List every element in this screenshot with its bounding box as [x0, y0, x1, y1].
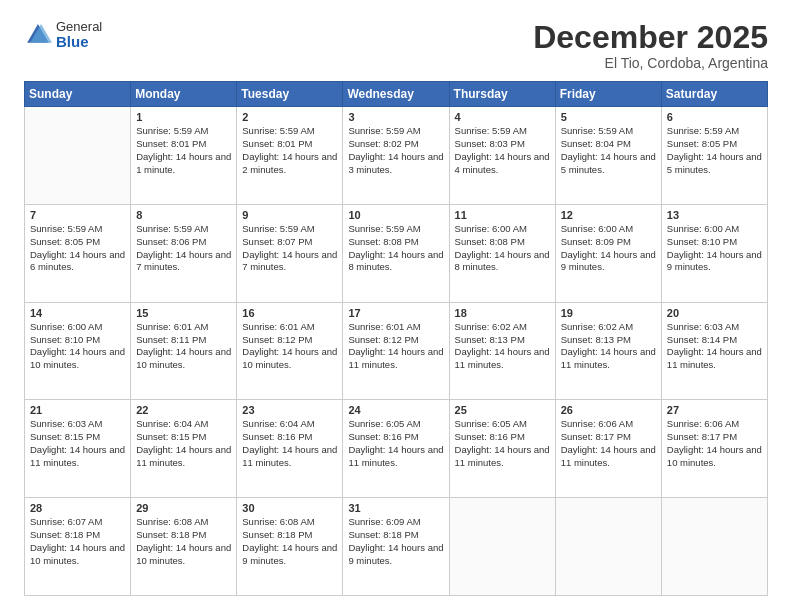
- day-number: 12: [561, 209, 656, 221]
- table-row: 8Sunrise: 5:59 AMSunset: 8:06 PMDaylight…: [131, 204, 237, 302]
- table-row: 26Sunrise: 6:06 AMSunset: 8:17 PMDayligh…: [555, 400, 661, 498]
- table-row: 30Sunrise: 6:08 AMSunset: 8:18 PMDayligh…: [237, 498, 343, 596]
- day-number: 16: [242, 307, 337, 319]
- day-number: 17: [348, 307, 443, 319]
- day-number: 25: [455, 404, 550, 416]
- day-detail: Sunrise: 6:04 AMSunset: 8:15 PMDaylight:…: [136, 418, 231, 469]
- day-number: 28: [30, 502, 125, 514]
- day-detail: Sunrise: 6:00 AMSunset: 8:09 PMDaylight:…: [561, 223, 656, 274]
- table-row: 28Sunrise: 6:07 AMSunset: 8:18 PMDayligh…: [25, 498, 131, 596]
- table-row: [661, 498, 767, 596]
- table-row: 22Sunrise: 6:04 AMSunset: 8:15 PMDayligh…: [131, 400, 237, 498]
- table-row: 20Sunrise: 6:03 AMSunset: 8:14 PMDayligh…: [661, 302, 767, 400]
- calendar-week-row: 21Sunrise: 6:03 AMSunset: 8:15 PMDayligh…: [25, 400, 768, 498]
- day-detail: Sunrise: 6:02 AMSunset: 8:13 PMDaylight:…: [561, 321, 656, 372]
- day-number: 13: [667, 209, 762, 221]
- table-row: 10Sunrise: 5:59 AMSunset: 8:08 PMDayligh…: [343, 204, 449, 302]
- day-number: 1: [136, 111, 231, 123]
- day-detail: Sunrise: 5:59 AMSunset: 8:02 PMDaylight:…: [348, 125, 443, 176]
- day-detail: Sunrise: 6:00 AMSunset: 8:08 PMDaylight:…: [455, 223, 550, 274]
- day-number: 23: [242, 404, 337, 416]
- calendar-week-row: 14Sunrise: 6:00 AMSunset: 8:10 PMDayligh…: [25, 302, 768, 400]
- table-row: [555, 498, 661, 596]
- day-detail: Sunrise: 6:08 AMSunset: 8:18 PMDaylight:…: [242, 516, 337, 567]
- day-detail: Sunrise: 5:59 AMSunset: 8:01 PMDaylight:…: [242, 125, 337, 176]
- table-row: 31Sunrise: 6:09 AMSunset: 8:18 PMDayligh…: [343, 498, 449, 596]
- table-row: [449, 498, 555, 596]
- day-number: 3: [348, 111, 443, 123]
- table-row: 12Sunrise: 6:00 AMSunset: 8:09 PMDayligh…: [555, 204, 661, 302]
- table-row: 25Sunrise: 6:05 AMSunset: 8:16 PMDayligh…: [449, 400, 555, 498]
- day-number: 29: [136, 502, 231, 514]
- table-row: 29Sunrise: 6:08 AMSunset: 8:18 PMDayligh…: [131, 498, 237, 596]
- day-number: 8: [136, 209, 231, 221]
- day-detail: Sunrise: 6:06 AMSunset: 8:17 PMDaylight:…: [667, 418, 762, 469]
- day-detail: Sunrise: 6:01 AMSunset: 8:11 PMDaylight:…: [136, 321, 231, 372]
- table-row: 6Sunrise: 5:59 AMSunset: 8:05 PMDaylight…: [661, 107, 767, 205]
- table-row: 23Sunrise: 6:04 AMSunset: 8:16 PMDayligh…: [237, 400, 343, 498]
- day-number: 24: [348, 404, 443, 416]
- day-number: 18: [455, 307, 550, 319]
- table-row: 2Sunrise: 5:59 AMSunset: 8:01 PMDaylight…: [237, 107, 343, 205]
- day-detail: Sunrise: 6:07 AMSunset: 8:18 PMDaylight:…: [30, 516, 125, 567]
- calendar-header-row: Sunday Monday Tuesday Wednesday Thursday…: [25, 82, 768, 107]
- table-row: 9Sunrise: 5:59 AMSunset: 8:07 PMDaylight…: [237, 204, 343, 302]
- table-row: 18Sunrise: 6:02 AMSunset: 8:13 PMDayligh…: [449, 302, 555, 400]
- day-detail: Sunrise: 5:59 AMSunset: 8:04 PMDaylight:…: [561, 125, 656, 176]
- col-wednesday: Wednesday: [343, 82, 449, 107]
- day-number: 10: [348, 209, 443, 221]
- col-monday: Monday: [131, 82, 237, 107]
- day-detail: Sunrise: 6:03 AMSunset: 8:15 PMDaylight:…: [30, 418, 125, 469]
- title-block: December 2025 El Tio, Cordoba, Argentina: [533, 20, 768, 71]
- col-friday: Friday: [555, 82, 661, 107]
- day-number: 22: [136, 404, 231, 416]
- table-row: 21Sunrise: 6:03 AMSunset: 8:15 PMDayligh…: [25, 400, 131, 498]
- day-number: 15: [136, 307, 231, 319]
- table-row: 15Sunrise: 6:01 AMSunset: 8:11 PMDayligh…: [131, 302, 237, 400]
- table-row: 3Sunrise: 5:59 AMSunset: 8:02 PMDaylight…: [343, 107, 449, 205]
- day-detail: Sunrise: 6:01 AMSunset: 8:12 PMDaylight:…: [348, 321, 443, 372]
- table-row: [25, 107, 131, 205]
- day-detail: Sunrise: 6:02 AMSunset: 8:13 PMDaylight:…: [455, 321, 550, 372]
- day-number: 6: [667, 111, 762, 123]
- page-subtitle: El Tio, Cordoba, Argentina: [533, 55, 768, 71]
- day-number: 30: [242, 502, 337, 514]
- day-number: 4: [455, 111, 550, 123]
- day-detail: Sunrise: 6:03 AMSunset: 8:14 PMDaylight:…: [667, 321, 762, 372]
- day-number: 7: [30, 209, 125, 221]
- day-number: 20: [667, 307, 762, 319]
- page-title: December 2025: [533, 20, 768, 55]
- day-detail: Sunrise: 5:59 AMSunset: 8:08 PMDaylight:…: [348, 223, 443, 274]
- col-tuesday: Tuesday: [237, 82, 343, 107]
- page: General Blue December 2025 El Tio, Cordo…: [0, 0, 792, 612]
- day-detail: Sunrise: 6:04 AMSunset: 8:16 PMDaylight:…: [242, 418, 337, 469]
- table-row: 1Sunrise: 5:59 AMSunset: 8:01 PMDaylight…: [131, 107, 237, 205]
- day-number: 27: [667, 404, 762, 416]
- table-row: 19Sunrise: 6:02 AMSunset: 8:13 PMDayligh…: [555, 302, 661, 400]
- table-row: 17Sunrise: 6:01 AMSunset: 8:12 PMDayligh…: [343, 302, 449, 400]
- day-number: 5: [561, 111, 656, 123]
- day-detail: Sunrise: 5:59 AMSunset: 8:05 PMDaylight:…: [667, 125, 762, 176]
- logo-general-text: General: [56, 20, 102, 34]
- logo: General Blue: [24, 20, 102, 51]
- calendar-table: Sunday Monday Tuesday Wednesday Thursday…: [24, 81, 768, 596]
- day-number: 11: [455, 209, 550, 221]
- table-row: 5Sunrise: 5:59 AMSunset: 8:04 PMDaylight…: [555, 107, 661, 205]
- logo-text: General Blue: [56, 20, 102, 51]
- table-row: 11Sunrise: 6:00 AMSunset: 8:08 PMDayligh…: [449, 204, 555, 302]
- calendar-week-row: 1Sunrise: 5:59 AMSunset: 8:01 PMDaylight…: [25, 107, 768, 205]
- day-detail: Sunrise: 5:59 AMSunset: 8:06 PMDaylight:…: [136, 223, 231, 274]
- table-row: 7Sunrise: 5:59 AMSunset: 8:05 PMDaylight…: [25, 204, 131, 302]
- calendar-week-row: 7Sunrise: 5:59 AMSunset: 8:05 PMDaylight…: [25, 204, 768, 302]
- day-detail: Sunrise: 6:05 AMSunset: 8:16 PMDaylight:…: [348, 418, 443, 469]
- col-sunday: Sunday: [25, 82, 131, 107]
- day-number: 9: [242, 209, 337, 221]
- day-detail: Sunrise: 6:09 AMSunset: 8:18 PMDaylight:…: [348, 516, 443, 567]
- day-detail: Sunrise: 6:06 AMSunset: 8:17 PMDaylight:…: [561, 418, 656, 469]
- table-row: 27Sunrise: 6:06 AMSunset: 8:17 PMDayligh…: [661, 400, 767, 498]
- day-detail: Sunrise: 6:01 AMSunset: 8:12 PMDaylight:…: [242, 321, 337, 372]
- col-saturday: Saturday: [661, 82, 767, 107]
- day-number: 19: [561, 307, 656, 319]
- table-row: 16Sunrise: 6:01 AMSunset: 8:12 PMDayligh…: [237, 302, 343, 400]
- col-thursday: Thursday: [449, 82, 555, 107]
